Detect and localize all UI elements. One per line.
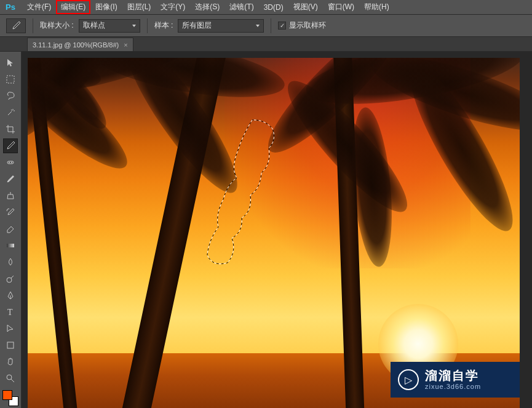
- pen-tool[interactable]: [3, 288, 18, 303]
- eraser-tool[interactable]: [3, 222, 18, 236]
- play-icon: ▷: [398, 369, 419, 390]
- svg-rect-4: [7, 244, 14, 247]
- watermark-text: 溜溜自学 zixue.3d66.com: [425, 368, 481, 391]
- color-swatches[interactable]: [2, 390, 18, 406]
- divider: [271, 18, 271, 33]
- magic-wand-tool[interactable]: [3, 105, 18, 120]
- chevron-down-icon: [256, 25, 260, 27]
- divider: [147, 18, 148, 33]
- document-tab-bar: 3.11.1.jpg @ 100%(RGB/8#) ×: [0, 37, 532, 52]
- move-tool[interactable]: [3, 55, 18, 70]
- checkbox-icon[interactable]: ✓: [278, 22, 286, 30]
- menu-view[interactable]: 视图(V): [288, 0, 323, 14]
- sample-value: 所有图层: [182, 20, 212, 31]
- type-tool[interactable]: T: [3, 305, 18, 319]
- svg-rect-7: [7, 342, 14, 348]
- dodge-tool[interactable]: [3, 271, 18, 286]
- clone-stamp-tool[interactable]: [3, 188, 18, 203]
- show-ring-label: 显示取样环: [289, 20, 326, 31]
- menu-select[interactable]: 选择(S): [190, 0, 224, 14]
- show-sample-ring-option[interactable]: ✓ 显示取样环: [278, 20, 326, 31]
- menu-window[interactable]: 窗口(W): [323, 0, 359, 14]
- eyedropper-tool[interactable]: [3, 138, 18, 153]
- divider: [33, 18, 33, 33]
- chevron-down-icon: [132, 25, 136, 27]
- watermark: ▷ 溜溜自学 zixue.3d66.com: [391, 362, 520, 398]
- menu-image[interactable]: 图像(I): [90, 0, 122, 14]
- svg-point-5: [7, 278, 12, 282]
- close-icon[interactable]: ×: [124, 41, 127, 49]
- svg-text:T: T: [7, 308, 13, 317]
- path-select-tool[interactable]: [3, 321, 18, 336]
- watermark-subtitle: zixue.3d66.com: [425, 383, 481, 391]
- lasso-tool[interactable]: [3, 89, 18, 103]
- app-logo: Ps: [4, 2, 17, 13]
- current-tool-icon[interactable]: [6, 18, 26, 33]
- canvas-image[interactable]: ▷ 溜溜自学 zixue.3d66.com: [28, 58, 520, 408]
- eyedropper-icon: [11, 21, 21, 31]
- sample-label: 样本 :: [154, 20, 173, 31]
- svg-point-8: [7, 375, 12, 380]
- sample-dropdown[interactable]: 所有图层: [178, 19, 264, 33]
- watermark-title: 溜溜自学: [425, 368, 481, 383]
- menubar: Ps 文件(F) 编辑(E) 图像(I) 图层(L) 文字(Y) 选择(S) 滤…: [0, 0, 532, 15]
- svg-rect-1: [7, 161, 14, 164]
- main-area: T: [0, 52, 532, 408]
- canvas-area[interactable]: ▷ 溜溜自学 zixue.3d66.com: [22, 52, 532, 408]
- options-bar: 取样大小 : 取样点 样本 : 所有图层 ✓ 显示取样环: [0, 15, 532, 37]
- brush-tool[interactable]: [3, 172, 18, 186]
- marquee-selection: [194, 116, 304, 270]
- menu-file[interactable]: 文件(F): [22, 0, 56, 14]
- hand-tool[interactable]: [3, 354, 18, 369]
- menu-type[interactable]: 文字(Y): [156, 0, 190, 14]
- menu-3d[interactable]: 3D(D): [259, 1, 288, 14]
- foreground-color-swatch[interactable]: [2, 390, 12, 400]
- tools-panel: T: [0, 52, 22, 408]
- history-brush-tool[interactable]: [3, 205, 18, 220]
- menu-filter[interactable]: 滤镜(T): [224, 0, 258, 14]
- gradient-tool[interactable]: [3, 238, 18, 253]
- document-tab-label: 3.11.1.jpg @ 100%(RGB/8#): [33, 41, 119, 49]
- spot-heal-tool[interactable]: [3, 155, 18, 170]
- menu-layer[interactable]: 图层(L): [122, 0, 156, 14]
- svg-point-2: [9, 162, 10, 163]
- document-tab[interactable]: 3.11.1.jpg @ 100%(RGB/8#) ×: [27, 38, 133, 51]
- svg-rect-0: [7, 76, 14, 83]
- marquee-tool[interactable]: [3, 72, 18, 87]
- svg-point-3: [11, 162, 12, 163]
- shape-tool[interactable]: [3, 338, 18, 353]
- zoom-tool[interactable]: [3, 371, 18, 386]
- sample-size-label: 取样大小 :: [40, 20, 74, 31]
- sample-size-dropdown[interactable]: 取样点: [79, 19, 140, 33]
- blur-tool[interactable]: [3, 255, 18, 270]
- sample-size-value: 取样点: [83, 20, 105, 31]
- crop-tool[interactable]: [3, 122, 18, 137]
- menu-help[interactable]: 帮助(H): [359, 0, 394, 14]
- menu-edit[interactable]: 编辑(E): [56, 0, 90, 14]
